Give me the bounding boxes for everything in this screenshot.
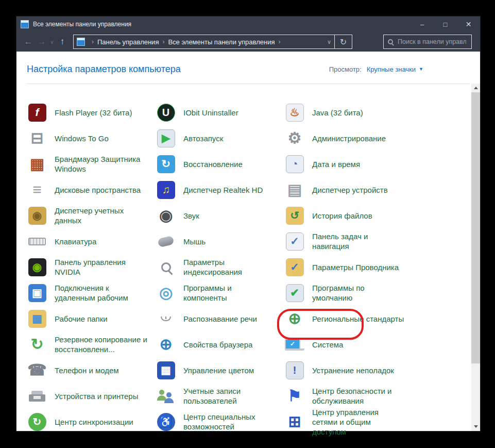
breadcrumb-control-panel[interactable]: Панель управления <box>97 38 159 46</box>
control-panel-item[interactable]: ◉Звук <box>156 203 284 228</box>
refresh-button[interactable]: ↻ <box>335 35 352 49</box>
system-icon: ✓ <box>284 334 305 355</box>
control-panel-item[interactable]: Мышь <box>156 228 284 254</box>
control-panel-item[interactable]: ↺История файлов <box>284 203 413 228</box>
control-panel-item[interactable]: Клавиатура <box>27 228 156 254</box>
item-label: Диспетчер устройств <box>312 185 388 195</box>
breadcrumb-separator: › <box>92 38 94 45</box>
control-panel-item[interactable]: ↻Центр синхронизации <box>27 409 156 435</box>
search-input[interactable] <box>397 38 467 46</box>
item-label: Диспетчер учетных данных <box>55 206 148 225</box>
item-label: Программы по умолчанию <box>312 283 406 303</box>
view-value[interactable]: Крупные значки <box>367 65 416 73</box>
forward-icon[interactable]: → <box>35 37 48 47</box>
item-label: Диспетчер Realtek HD <box>183 185 263 195</box>
item-label: Центр специальных возможностей <box>183 412 277 432</box>
file-history-icon: ↺ <box>284 205 305 226</box>
maximize-button[interactable]: □ <box>434 16 457 32</box>
item-label: Учетные записи пользователей <box>183 386 277 406</box>
default-programs-icon: ✔ <box>284 283 305 303</box>
item-label: Автозапуск <box>183 134 223 143</box>
credential-manager-icon: ◉ <box>27 205 47 226</box>
control-panel-item[interactable]: ☎Телефон и модем <box>27 357 156 383</box>
work-folders-icon: ▦ <box>27 308 47 329</box>
control-panel-item[interactable]: ↻Резервное копирование и восстановлени..… <box>27 331 156 357</box>
breadcrumb-separator: › <box>278 38 280 45</box>
administrative-tools-icon: ⚙ <box>284 128 305 148</box>
control-panel-item[interactable]: Распознавание речи <box>156 306 284 331</box>
control-panel-item[interactable]: fFlash Player (32 бита) <box>27 99 156 125</box>
control-panel-items-grid: fFlash Player (32 бита)UIObit Uninstalle… <box>27 99 480 435</box>
control-panel-item[interactable]: ▦Управление цветом <box>156 357 284 383</box>
item-label: Система <box>312 340 343 350</box>
control-panel-small-icon <box>77 38 85 46</box>
devices-and-printers-icon <box>27 386 47 406</box>
control-panel-item[interactable]: ✓Панель задач и навигация <box>284 228 413 254</box>
autoplay-icon: ▶ <box>156 128 176 148</box>
realtek-hd-manager-icon: ♫ <box>156 179 176 200</box>
windows-defender-firewall-icon: ▦ <box>27 154 47 174</box>
breadcrumb-all-items[interactable]: Все элементы панели управления <box>168 38 275 46</box>
control-panel-item[interactable]: ⊟Windows To Go <box>27 125 156 151</box>
vertical-scrollbar[interactable] <box>471 84 480 431</box>
control-panel-item[interactable]: ✔Программы по умолчанию <box>284 280 413 306</box>
scrollbar-thumb[interactable] <box>471 92 480 363</box>
control-panel-item[interactable]: ⊞Центр управления сетями и общим доступо… <box>284 409 413 435</box>
taskbar-navigation-icon: ✓ <box>284 231 305 252</box>
control-panel-item[interactable]: ▣Подключения к удаленным рабочим <box>27 280 156 306</box>
control-panel-item[interactable]: ⚙Администрирование <box>284 125 413 151</box>
control-panel-item[interactable]: ≡Дисковые пространства <box>27 177 156 203</box>
control-panel-item[interactable]: ✓Параметры Проводника <box>284 254 413 280</box>
address-dropdown-icon[interactable]: ∨ <box>327 39 331 45</box>
recovery-icon: ↻ <box>156 154 176 174</box>
internet-options-icon: ⊕ <box>156 334 176 355</box>
user-accounts-icon <box>156 386 176 406</box>
control-panel-item[interactable]: ◉Панель управления NVIDIA <box>27 254 156 280</box>
search-box[interactable] <box>383 35 472 49</box>
item-label: Панель управления NVIDIA <box>55 257 148 277</box>
item-label: Панель задач и навигация <box>312 231 406 251</box>
control-panel-item[interactable]: ♿Центр специальных возможностей <box>156 409 284 435</box>
scroll-down-icon[interactable] <box>471 422 480 431</box>
titlebar[interactable]: Все элементы панели управления – □ ✕ <box>16 16 480 32</box>
item-label: Дисковые пространства <box>55 185 141 195</box>
control-panel-item[interactable]: ◉Диспетчер учетных данных <box>27 203 156 228</box>
item-label: Свойства браузера <box>183 340 252 350</box>
close-button[interactable]: ✕ <box>457 16 480 32</box>
item-label: Windows To Go <box>55 134 109 143</box>
view-selector[interactable]: Просмотр: Крупные значки ▼ <box>329 65 423 73</box>
search-icon <box>388 39 393 44</box>
color-management-icon: ▦ <box>156 360 176 380</box>
control-panel-item[interactable]: ◔Дата и время <box>284 151 413 177</box>
history-dropdown-icon[interactable]: ∨ <box>48 39 56 45</box>
page-header: Настройка параметров компьютера Просмотр… <box>16 52 480 84</box>
control-panel-item[interactable]: Параметры индексирования <box>156 254 284 280</box>
control-panel-item[interactable]: ♫Диспетчер Realtek HD <box>156 177 284 203</box>
address-bar[interactable]: › Панель управления › Все элементы панел… <box>73 35 335 49</box>
control-panel-item[interactable]: ⚑Центр безопасности и обслуживания <box>284 383 413 409</box>
control-panel-item[interactable]: !Устранение неполадок <box>284 357 413 383</box>
item-label: Центр синхронизации <box>55 417 133 427</box>
control-panel-item[interactable]: ▦Рабочие папки <box>27 306 156 331</box>
control-panel-item[interactable]: ▤Диспетчер устройств <box>284 177 413 203</box>
control-panel-item[interactable]: ✓Система <box>284 331 413 357</box>
control-panel-item[interactable]: ⊕Региональные стандарты <box>284 306 413 331</box>
control-panel-item[interactable]: UIObit Uninstaller <box>156 99 284 125</box>
minimize-button[interactable]: – <box>411 16 434 32</box>
control-panel-item[interactable]: ▶Автозапуск <box>156 125 284 151</box>
item-label: Региональные стандарты <box>312 314 404 324</box>
item-label: Звук <box>183 211 199 221</box>
item-label: Восстановление <box>183 159 243 169</box>
scroll-up-icon[interactable] <box>471 84 480 92</box>
up-icon[interactable]: ↑ <box>56 37 69 47</box>
back-icon[interactable]: ← <box>22 37 35 47</box>
control-panel-item[interactable]: ◎Программы и компоненты <box>156 280 284 306</box>
control-panel-item[interactable]: ▦Брандмауэр Защитника Windows <box>27 151 156 177</box>
item-label: Мышь <box>183 237 206 246</box>
control-panel-item[interactable]: Устройства и принтеры <box>27 383 156 409</box>
control-panel-item[interactable]: Учетные записи пользователей <box>156 383 284 409</box>
control-panel-item[interactable]: ↻Восстановление <box>156 151 284 177</box>
nvidia-control-panel-icon: ◉ <box>27 257 47 277</box>
control-panel-item[interactable]: ♨Java (32 бита) <box>284 99 413 125</box>
control-panel-item[interactable]: ⊕Свойства браузера <box>156 331 284 357</box>
